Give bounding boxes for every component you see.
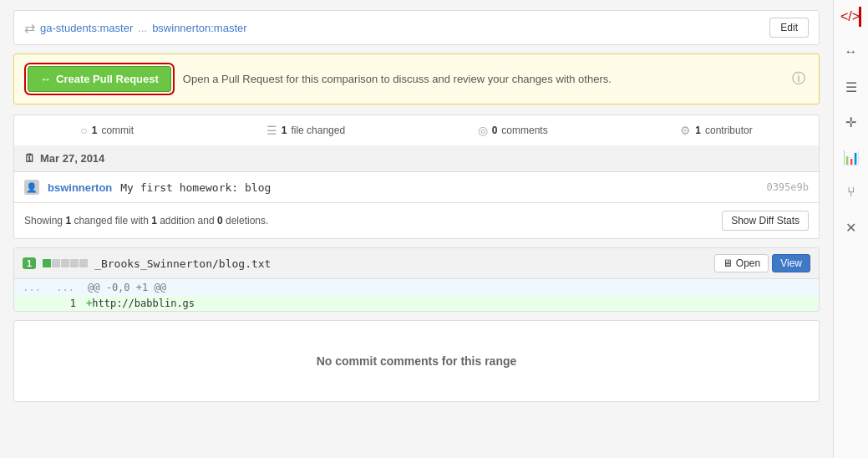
compare-icon: ⇄ bbox=[24, 20, 35, 36]
commit-sha[interactable]: 0395e9b bbox=[766, 181, 809, 193]
pr-sidebar-icon: ↔ bbox=[845, 44, 858, 59]
create-pr-button[interactable]: ↔ Create Pull Request bbox=[28, 66, 171, 92]
file-diff-header: 1 _Brooks_Swinnerton/blog.txt 🖥 Open Vie… bbox=[14, 248, 819, 279]
color-block-green bbox=[43, 259, 51, 267]
file-actions: 🖥 Open View bbox=[714, 254, 810, 272]
file-stat[interactable]: ☰ 1 file changed bbox=[266, 124, 345, 137]
file-diff: 1 _Brooks_Swinnerton/blog.txt 🖥 Open Vie… bbox=[13, 247, 820, 312]
contributor-stat[interactable]: ⚙ 1 contributor bbox=[680, 124, 752, 137]
file-name[interactable]: _Brooks_Swinnerton/blog.txt bbox=[94, 257, 708, 270]
diff-hunk-row: ... ... @@ -0,0 +1 @@ bbox=[14, 279, 819, 296]
avatar-icon: 👤 bbox=[26, 182, 38, 193]
stats-bar: ○ 1 commit ☰ 1 file changed ◎ 0 comments… bbox=[13, 114, 820, 145]
add-line-num-left bbox=[14, 296, 48, 311]
commit-stat[interactable]: ○ 1 commit bbox=[80, 124, 134, 137]
show-diff-stats-button[interactable]: Show Diff Stats bbox=[722, 211, 809, 231]
pr-btn-label: Create Pull Request bbox=[56, 73, 159, 85]
color-block-gray-4 bbox=[79, 259, 88, 267]
branch-bar: ⇄ ga-students:master ... bswinnerton:mas… bbox=[13, 10, 820, 45]
sidebar-item-branch[interactable]: ⑂ bbox=[841, 182, 861, 202]
chart-icon: 📊 bbox=[843, 150, 860, 165]
color-block-gray-1 bbox=[52, 259, 60, 267]
sidebar-item-tools[interactable]: ✕ bbox=[841, 217, 861, 237]
comment-label: comments bbox=[501, 125, 547, 136]
book-icon: ☰ bbox=[845, 79, 857, 95]
pr-btn-icon: ↔ bbox=[40, 73, 51, 85]
comment-count: 0 bbox=[492, 125, 498, 136]
file-count: 1 bbox=[282, 125, 287, 136]
commit-label: commit bbox=[101, 125, 134, 136]
sidebar-item-chart[interactable]: 📊 bbox=[841, 147, 861, 167]
pin-icon: ✛ bbox=[845, 114, 856, 130]
code-icon: </> bbox=[840, 9, 860, 24]
edit-button[interactable]: Edit bbox=[769, 18, 809, 38]
add-line-content: +http://babblin.gs bbox=[81, 296, 819, 311]
changed-files-text: Showing 1 changed file with 1 addition a… bbox=[24, 215, 268, 226]
to-branch[interactable]: bswinnerton:master bbox=[152, 22, 246, 34]
open-button[interactable]: 🖥 Open bbox=[714, 254, 769, 272]
commit-message: My first homework: blog bbox=[120, 181, 758, 194]
avatar: 👤 bbox=[24, 180, 39, 195]
sidebar-item-code[interactable]: </> bbox=[841, 7, 861, 27]
branch-separator: ... bbox=[138, 22, 147, 34]
addition-count: 1 bbox=[151, 215, 157, 226]
contributor-label: contributor bbox=[705, 125, 753, 136]
sidebar-item-book[interactable]: ☰ bbox=[841, 77, 861, 97]
no-comments-section: No commit comments for this range bbox=[13, 320, 820, 402]
no-comments-text: No commit comments for this range bbox=[317, 354, 517, 368]
monitor-icon: 🖥 bbox=[723, 257, 733, 269]
color-block-gray-3 bbox=[70, 259, 79, 267]
view-label: View bbox=[780, 257, 802, 269]
deletion-label: deletions bbox=[226, 215, 266, 226]
tools-icon: ✕ bbox=[845, 220, 856, 236]
deletion-count: 0 bbox=[217, 215, 223, 226]
hunk-info: @@ -0,0 +1 @@ bbox=[81, 279, 819, 296]
commit-icon: ○ bbox=[80, 124, 87, 137]
diff-table: ... ... @@ -0,0 +1 @@ 1 +http://babblin.… bbox=[14, 279, 819, 311]
branch-info: ⇄ ga-students:master ... bswinnerton:mas… bbox=[24, 20, 247, 36]
file-color-bar bbox=[43, 259, 88, 267]
pr-banner: ↔ Create Pull Request Open a Pull Reques… bbox=[13, 53, 820, 104]
file-count-badge: 1 bbox=[23, 257, 36, 269]
file-icon: ☰ bbox=[266, 124, 277, 137]
commit-date: Mar 27, 2014 bbox=[40, 152, 104, 165]
view-button[interactable]: View bbox=[772, 254, 810, 272]
commit-count: 1 bbox=[92, 125, 98, 136]
comment-icon: ◎ bbox=[478, 124, 488, 137]
color-block-gray-2 bbox=[61, 259, 69, 267]
sidebar-item-pin[interactable]: ✛ bbox=[841, 112, 861, 132]
contributor-count: 1 bbox=[695, 125, 701, 136]
diff-add-row: 1 +http://babblin.gs bbox=[14, 296, 819, 311]
comment-stat[interactable]: ◎ 0 comments bbox=[478, 124, 548, 137]
date-header: 🗓 Mar 27, 2014 bbox=[13, 145, 820, 172]
hunk-ellipsis-left: ... bbox=[14, 279, 48, 296]
pr-help-icon[interactable]: ⓘ bbox=[792, 70, 805, 88]
pr-description: Open a Pull Request for this comparison … bbox=[183, 73, 780, 85]
addition-label: addition bbox=[160, 215, 195, 226]
changed-files-info: Showing 1 changed file with 1 addition a… bbox=[13, 203, 820, 239]
contributor-icon: ⚙ bbox=[680, 124, 691, 137]
sidebar-item-pr[interactable]: ↔ bbox=[841, 42, 861, 62]
file-label: file changed bbox=[291, 125, 345, 136]
branch-icon: ⑂ bbox=[847, 185, 855, 200]
hunk-ellipsis-right: ... bbox=[48, 279, 81, 296]
commit-author[interactable]: bswinnerton bbox=[48, 181, 112, 194]
main-content: ⇄ ga-students:master ... bswinnerton:mas… bbox=[0, 0, 833, 458]
commit-row: 👤 bswinnerton My first homework: blog 03… bbox=[13, 172, 820, 203]
add-line-text: http://babblin.gs bbox=[92, 298, 195, 309]
right-sidebar: </> ↔ ☰ ✛ 📊 ⑂ ✕ bbox=[833, 0, 868, 458]
open-label: Open bbox=[736, 257, 760, 269]
changed-count: 1 bbox=[65, 215, 71, 226]
add-line-num-right: 1 bbox=[48, 296, 81, 311]
from-branch[interactable]: ga-students:master bbox=[40, 22, 133, 34]
calendar-icon: 🗓 bbox=[24, 152, 35, 165]
changed-label: changed file bbox=[74, 215, 128, 226]
